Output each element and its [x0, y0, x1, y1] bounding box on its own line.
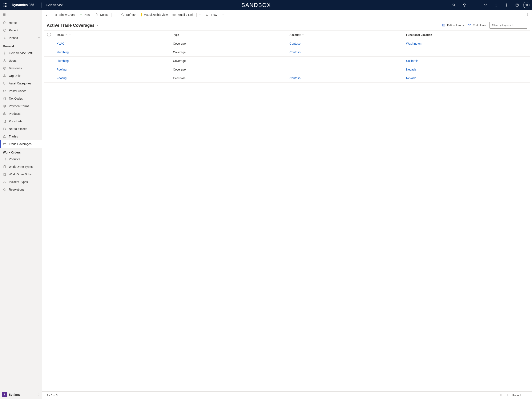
keyword-filter-input[interactable]	[489, 22, 527, 29]
gear-icon[interactable]	[502, 1, 511, 9]
product-name[interactable]: Dynamics 365	[12, 3, 37, 7]
column-trade[interactable]: Trade	[54, 31, 171, 39]
user-avatar[interactable]: BD	[523, 2, 530, 8]
bell-icon[interactable]	[492, 1, 500, 9]
column-account-label: Account	[290, 33, 301, 36]
nav-item-postal-codes[interactable]: Postal Codes	[0, 87, 42, 95]
cell-account[interactable]: Contoso	[287, 48, 404, 57]
column-account[interactable]: Account	[287, 31, 404, 39]
nav-item-asset-categories[interactable]: Asset Categories	[0, 80, 42, 87]
nav-item-tax-codes[interactable]: Tax Codes	[0, 95, 42, 102]
first-page-button[interactable]	[500, 393, 503, 397]
svg-point-22	[4, 105, 6, 106]
cell-location[interactable]: California	[404, 57, 530, 65]
add-icon[interactable]	[470, 1, 479, 9]
nav-item-price-lists[interactable]: Price Lists	[0, 117, 42, 125]
nav-item-territories[interactable]: Territories	[0, 64, 42, 72]
nav-item-label: Tax Codes	[9, 97, 23, 100]
row-select[interactable]	[44, 65, 54, 74]
row-select[interactable]	[44, 39, 54, 48]
nav-item-label: Resolutions	[9, 188, 24, 191]
app-launcher-icon[interactable]	[1, 1, 10, 9]
nav-item-pinned[interactable]: Pinned	[0, 34, 42, 42]
nav-item-label: Work Order Subst...	[9, 173, 35, 176]
svg-point-13	[4, 60, 5, 61]
search-icon[interactable]	[450, 1, 458, 9]
nav-item-trade-coverages[interactable]: Trade Coverages	[0, 140, 42, 148]
sidebar-toggle[interactable]	[0, 10, 42, 19]
nav-item-incident-types[interactable]: Incident Types	[0, 178, 42, 186]
app-name[interactable]: Field Service	[46, 3, 63, 7]
area-switcher[interactable]: S Settings	[0, 390, 42, 399]
cell-trade[interactable]: Roofing	[54, 65, 171, 74]
sitemap-sidebar: HomeRecentPinned General Field Service S…	[0, 10, 42, 399]
cell-trade[interactable]: HVAC	[54, 39, 171, 48]
filter-icon[interactable]	[481, 1, 490, 9]
nav-item-field-service-setti[interactable]: Field Service Setti...	[0, 49, 42, 57]
nav-item-users[interactable]: Users	[0, 57, 42, 64]
visualize-button[interactable]: Visualize this view	[139, 10, 170, 19]
nav-item-resolutions[interactable]: Resolutions	[0, 186, 42, 193]
edit-columns-button[interactable]: Edit columns	[442, 24, 464, 27]
help-icon[interactable]	[513, 1, 521, 9]
new-button[interactable]: New	[77, 10, 92, 19]
show-chart-button[interactable]: Show Chart	[52, 10, 77, 19]
cell-trade[interactable]: Plumbing	[54, 57, 171, 65]
cell-location[interactable]: Nevada	[404, 74, 530, 83]
cell-trade[interactable]: Plumbing	[54, 48, 171, 57]
svg-point-16	[3, 77, 4, 77]
updown-icon	[37, 393, 40, 396]
row-select[interactable]	[44, 48, 54, 57]
table-row[interactable]: PlumbingCoverageCalifornia	[44, 57, 530, 65]
chevron-down-icon	[302, 34, 304, 36]
nav-item-not-to-exceed[interactable]: Not-to-exceed	[0, 125, 42, 133]
back-button[interactable]	[42, 10, 51, 19]
svg-point-41	[527, 14, 528, 15]
column-type[interactable]: Type	[171, 31, 287, 39]
nav-item-org-units[interactable]: Org Units	[0, 72, 42, 80]
svg-rect-26	[3, 136, 6, 137]
table-row[interactable]: RoofingExclusionContosoNevada	[44, 74, 530, 83]
next-page-button[interactable]	[524, 393, 527, 397]
nav-item-work-order-subst[interactable]: Work Order Subst...	[0, 171, 42, 178]
flow-dropdown[interactable]	[220, 10, 226, 19]
cell-type: Coverage	[171, 65, 287, 74]
more-commands-button[interactable]	[523, 10, 532, 19]
prev-page-button[interactable]	[506, 393, 509, 397]
nav-item-home[interactable]: Home	[0, 19, 42, 26]
nav-item-priorities[interactable]: Priorities	[0, 155, 42, 163]
cell-account[interactable]: Contoso	[287, 74, 404, 83]
delete-button[interactable]: Delete	[93, 10, 110, 19]
nav-item-label: Pinned	[9, 36, 18, 39]
sort-icon	[3, 157, 6, 161]
chevron-down-icon	[180, 34, 183, 36]
svg-rect-20	[3, 90, 6, 92]
nav-item-recent[interactable]: Recent	[0, 26, 42, 34]
edit-filters-button[interactable]: Edit filters	[468, 24, 486, 27]
cell-location[interactable]: Washington	[404, 39, 530, 48]
delete-dropdown[interactable]	[113, 10, 119, 19]
flow-button[interactable]: Flow	[204, 10, 219, 19]
email-dropdown[interactable]	[197, 10, 203, 19]
row-select[interactable]	[44, 74, 54, 83]
column-location[interactable]: Functional Location	[404, 31, 530, 39]
table-row[interactable]: HVACCoverageContosoWashington	[44, 39, 530, 48]
new-label: New	[84, 13, 90, 16]
view-selector[interactable]: Active Trade Coverages	[47, 23, 99, 28]
cell-location[interactable]: Nevada	[404, 65, 530, 74]
refresh-button[interactable]: Refresh	[119, 10, 139, 19]
email-link-button[interactable]: Email a Link	[170, 10, 196, 19]
row-select[interactable]	[44, 57, 54, 65]
table-row[interactable]: RoofingCoverageNevada	[44, 65, 530, 74]
nav-item-products[interactable]: Products	[0, 110, 42, 117]
table-row[interactable]: PlumbingCoverageContoso	[44, 48, 530, 57]
cell-account[interactable]: Contoso	[287, 39, 404, 48]
lightbulb-icon[interactable]	[460, 1, 469, 9]
select-all[interactable]	[44, 31, 54, 39]
nav-item-trades[interactable]: Trades	[0, 133, 42, 140]
environment-label: SANDBOX	[63, 2, 450, 8]
nav-item-work-order-types[interactable]: Work Order Types	[0, 163, 42, 171]
nav-item-payment-terms[interactable]: Payment Terms	[0, 102, 42, 110]
chevron-down-icon	[433, 34, 436, 36]
cell-trade[interactable]: Roofing	[54, 74, 171, 83]
